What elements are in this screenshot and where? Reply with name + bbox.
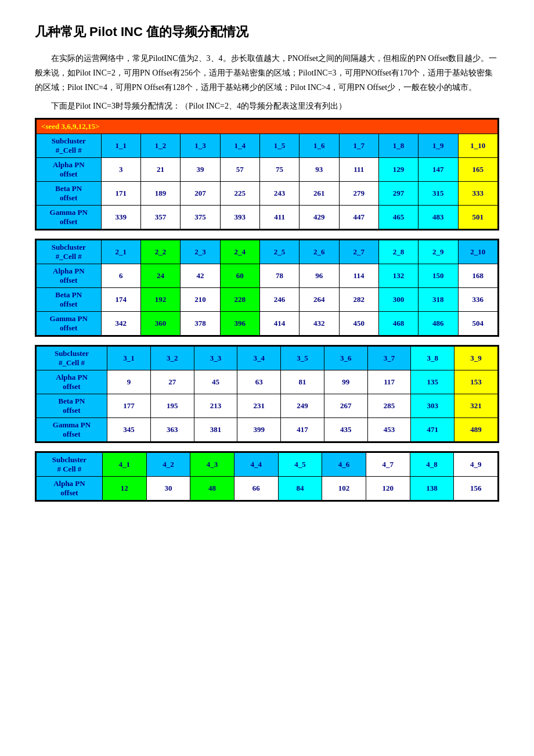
s3-col-3-9: 3_9 (454, 346, 498, 370)
s1-alpha-label: Alpha PNoffset (37, 157, 102, 181)
s1-beta-5: 243 (259, 181, 299, 205)
s1-alpha-10: 165 (458, 157, 497, 181)
s2-beta-3: 210 (181, 287, 220, 311)
intro-paragraph-2: 下面是Pilot INC=3时导频分配情况：（Pilot INC=2、4的导频分… (35, 99, 499, 113)
s2-beta-row: Beta PNoffset 174 192 210 228 246 264 28… (37, 287, 498, 311)
s3-gamma-2: 363 (150, 417, 194, 441)
s3-gamma-7: 453 (367, 417, 411, 441)
s2-alpha-10: 168 (458, 264, 497, 287)
s3-alpha-8: 135 (411, 370, 454, 394)
s4-col-4-2: 4_2 (146, 452, 190, 476)
s2-col-2-9: 2_9 (418, 240, 458, 264)
s2-beta-2: 192 (140, 287, 180, 311)
s2-gamma-2: 360 (140, 311, 180, 335)
s1-col-header-label: Subcluster#_Cell # (37, 134, 102, 157)
s2-beta-10: 336 (458, 287, 497, 311)
s3-beta-6: 267 (324, 394, 367, 417)
s2-col-2-8: 2_8 (378, 240, 418, 264)
s1-beta-8: 297 (378, 181, 418, 205)
s2-col-2-7: 2_7 (339, 240, 378, 264)
s2-col-2-4: 2_4 (220, 240, 259, 264)
s4-col-4-4: 4_4 (234, 452, 278, 476)
s4-alpha-9: 156 (454, 476, 498, 500)
s1-alpha-row: Alpha PNoffset 3 21 39 57 75 93 111 129 … (37, 157, 498, 181)
s2-gamma-3: 378 (181, 311, 220, 335)
s1-alpha-9: 147 (418, 157, 458, 181)
s3-beta-label: Beta PNoffset (37, 394, 107, 417)
s1-col-1-6: 1_6 (300, 134, 339, 157)
s1-gamma-9: 483 (418, 205, 458, 229)
s3-alpha-label: Alpha PNoffset (37, 370, 107, 394)
s1-gamma-7: 447 (339, 205, 378, 229)
s3-beta-9: 321 (454, 394, 498, 417)
s2-col-2-10: 2_10 (458, 240, 497, 264)
s1-col-1-8: 1_8 (378, 134, 418, 157)
s1-gamma-2: 357 (140, 205, 180, 229)
s1-alpha-2: 21 (140, 157, 180, 181)
s3-alpha-5: 81 (281, 370, 324, 394)
s3-alpha-4: 63 (237, 370, 281, 394)
s3-gamma-5: 417 (281, 417, 324, 441)
s3-beta-row: Beta PNoffset 177 195 213 231 249 267 28… (37, 394, 498, 417)
section2-header-row: Subcluster#_Cell # 2_1 2_2 2_3 2_4 2_5 2… (37, 240, 498, 264)
section2-table-wrapper: Subcluster#_Cell # 2_1 2_2 2_3 2_4 2_5 2… (35, 239, 499, 337)
s2-alpha-2: 24 (140, 264, 180, 287)
s2-gamma-row: Gamma PNoffset 342 360 378 396 414 432 4… (37, 311, 498, 335)
s4-alpha-2: 30 (146, 476, 190, 500)
s2-gamma-10: 504 (458, 311, 497, 335)
s4-col-4-5: 4_5 (278, 452, 322, 476)
s3-beta-5: 249 (281, 394, 324, 417)
intro-paragraph-1: 在实际的运营网络中，常见PilotINC值为2、3、4。步长取值越大，PNOff… (35, 51, 499, 95)
s4-col-4-9: 4_9 (454, 452, 498, 476)
s2-beta-9: 318 (418, 287, 458, 311)
s4-col-4-8: 4_8 (410, 452, 454, 476)
section4-header-row: Subcluster# Cell # 4_1 4_2 4_3 4_4 4_5 4… (37, 452, 498, 476)
s2-beta-5: 246 (259, 287, 299, 311)
s1-alpha-7: 111 (339, 157, 378, 181)
s3-gamma-9: 489 (454, 417, 498, 441)
seed-row: <seed 3,6,9,12,15> (37, 119, 498, 134)
s1-beta-7: 279 (339, 181, 378, 205)
s2-col-2-1: 2_1 (101, 240, 140, 264)
s1-gamma-1: 339 (101, 205, 140, 229)
s2-alpha-4: 60 (220, 264, 259, 287)
s2-beta-7: 282 (339, 287, 378, 311)
s1-gamma-8: 465 (378, 205, 418, 229)
s2-col-2-6: 2_6 (300, 240, 339, 264)
s4-col-4-3: 4_3 (190, 452, 234, 476)
s1-alpha-8: 129 (378, 157, 418, 181)
s3-beta-8: 303 (411, 394, 454, 417)
s3-beta-7: 285 (367, 394, 411, 417)
s2-alpha-5: 78 (259, 264, 299, 287)
s3-gamma-label: Gamma PNoffset (37, 417, 107, 441)
s3-alpha-row: Alpha PNoffset 9 27 45 63 81 99 117 135 … (37, 370, 498, 394)
section2-table: Subcluster#_Cell # 2_1 2_2 2_3 2_4 2_5 2… (36, 240, 498, 336)
seed-cell: <seed 3,6,9,12,15> (37, 119, 498, 134)
s1-col-1-3: 1_3 (181, 134, 220, 157)
s2-alpha-3: 42 (181, 264, 220, 287)
s1-gamma-6: 429 (300, 205, 339, 229)
s3-col-3-2: 3_2 (150, 346, 194, 370)
section1-table-wrapper: <seed 3,6,9,12,15> Subcluster#_Cell # 1_… (35, 118, 499, 231)
s1-col-1-7: 1_7 (339, 134, 378, 157)
s3-col-3-5: 3_5 (281, 346, 324, 370)
s3-alpha-6: 99 (324, 370, 367, 394)
s4-col-4-7: 4_7 (366, 452, 410, 476)
section4-table: Subcluster# Cell # 4_1 4_2 4_3 4_4 4_5 4… (36, 452, 498, 501)
s1-beta-9: 315 (418, 181, 458, 205)
s3-beta-4: 231 (237, 394, 281, 417)
section1-header-row: Subcluster#_Cell # 1_1 1_2 1_3 1_4 1_5 1… (37, 134, 498, 157)
s1-beta-3: 207 (181, 181, 220, 205)
s4-alpha-7: 120 (366, 476, 410, 500)
s2-alpha-9: 150 (418, 264, 458, 287)
s3-beta-3: 213 (194, 394, 237, 417)
section3-header-row: Subcluster#_Cell # 3_1 3_2 3_3 3_4 3_5 3… (37, 346, 498, 370)
s2-beta-label: Beta PNoffset (37, 287, 102, 311)
s3-gamma-8: 471 (411, 417, 454, 441)
s1-col-1-1: 1_1 (101, 134, 140, 157)
s2-col-2-5: 2_5 (259, 240, 299, 264)
s2-beta-6: 264 (300, 287, 339, 311)
s1-col-1-2: 1_2 (140, 134, 180, 157)
s2-alpha-label: Alpha PNoffset (37, 264, 102, 287)
s3-alpha-2: 27 (150, 370, 194, 394)
